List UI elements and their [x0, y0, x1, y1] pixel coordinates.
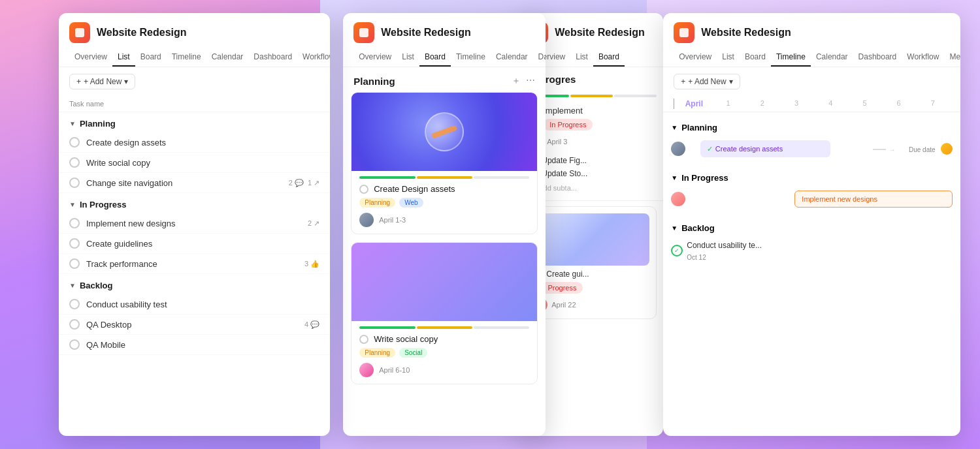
section-in-progress[interactable]: ▼ In Progress [59, 193, 330, 213]
project-title-2: Website Redesign [381, 27, 471, 39]
tab-board-2r[interactable]: Board [593, 48, 625, 67]
date-marker-line [674, 99, 674, 109]
card-body-2: Write social copy Planning Social April … [351, 329, 537, 384]
card-task-row-1: Create Design assets [359, 184, 529, 194]
task-row[interactable]: Create guidelines [59, 234, 330, 254]
task-row[interactable]: Conduct usability test [59, 294, 330, 315]
tab-board-1[interactable]: Board [135, 48, 167, 67]
tab-timeline-3[interactable]: Timeline [771, 48, 811, 67]
board-actions: ＋ ⋯ [512, 75, 535, 87]
section-backlog-label: Backlog [80, 281, 113, 290]
add-new-button-3[interactable]: + + Add New ▾ [674, 74, 740, 89]
card-image-1 [351, 93, 537, 171]
tab-list-1[interactable]: List [112, 48, 135, 67]
task-check[interactable] [69, 157, 80, 168]
tab-calendar-3[interactable]: Calendar [811, 48, 853, 67]
tab-dashboard-3[interactable]: Dashboard [853, 48, 902, 67]
task-check[interactable] [69, 258, 80, 269]
tl-due-date-1: Due date [909, 143, 953, 155]
timeline-date-april: April [677, 99, 711, 108]
timeline-date-4: 4 [813, 99, 847, 108]
card-avatar-2 [359, 363, 374, 377]
card-date-row-1: April 1-3 [359, 213, 529, 227]
tl-avatar-1 [671, 142, 685, 156]
panel-list: Website Redesign Overview List Board Tim… [59, 13, 330, 436]
tl-task-name-3: Conduct usability te... [687, 241, 762, 250]
timeline-planning-header[interactable]: ▼ Planning [663, 117, 960, 135]
plus-icon-board[interactable]: ＋ [512, 75, 521, 87]
section-backlog[interactable]: ▼ Backlog [59, 274, 330, 294]
board-card-2[interactable]: Write social copy Planning Social April … [351, 242, 538, 384]
tab-timeline-2[interactable]: Timeline [451, 48, 491, 67]
task-row[interactable]: QA Mobile [59, 335, 330, 355]
check-icon-tl: ✓ [707, 145, 713, 153]
task-check[interactable] [69, 137, 80, 147]
plus-icon-3: + [681, 77, 685, 86]
task-row[interactable]: Track performance 3 👍 [59, 254, 330, 274]
task-check[interactable] [69, 299, 80, 309]
tl-bar-container-1: ✓ Create design assets → [689, 138, 906, 159]
chevron-tl-planning: ▼ [671, 124, 678, 131]
tl-bar-implement: Implement new designs [794, 191, 953, 208]
chevron-icon-3: ▾ [729, 77, 733, 86]
tab-calendar-1[interactable]: Calendar [206, 48, 249, 67]
in-progress-card-2[interactable]: Create gui... In Progress April 22 [526, 206, 657, 319]
tab-board-2[interactable]: Board [419, 48, 451, 67]
tab-board-3[interactable]: Board [740, 48, 771, 67]
tl-avatar-2 [671, 192, 685, 206]
tab-list-2r[interactable]: List [570, 48, 593, 67]
tl-bar-planning-1: ✓ Create design assets [700, 140, 830, 157]
task-check[interactable] [69, 218, 80, 228]
card-tags-2: Planning Social [359, 348, 529, 358]
tl-planning-label: Planning [681, 123, 717, 132]
status-badge-1: In Progress [543, 119, 593, 131]
card-progress-bar-1 [359, 176, 529, 179]
tab-overview-1[interactable]: Overview [69, 48, 112, 67]
board-card-1[interactable]: Create Design assets Planning Web April … [351, 92, 538, 234]
tab-overview-2[interactable]: Overview [353, 48, 397, 67]
task-check[interactable] [69, 238, 80, 249]
tab-messages-3[interactable]: Messag... [944, 48, 960, 67]
task-name: Create design assets [86, 138, 319, 147]
card-task-check-2[interactable] [359, 335, 368, 344]
timeline-in-progress-header[interactable]: ▼ In Progress [663, 168, 960, 185]
task-row[interactable]: Implement new designs 2 ↗ [59, 213, 330, 234]
tab-list-2[interactable]: List [397, 48, 419, 67]
task-check[interactable] [69, 178, 80, 188]
add-new-button-1[interactable]: + + Add New ▾ [69, 74, 135, 89]
card-body-1: Create Design assets Planning Web April … [351, 179, 537, 234]
tab-dashboard-1[interactable]: Dashboard [248, 48, 297, 67]
nav-tabs-3: Overview List Board Timeline Calendar Da… [663, 43, 960, 67]
task-row[interactable]: Write social copy [59, 153, 330, 173]
in-progress-card2-date: April 22 [551, 301, 576, 309]
task-row[interactable]: QA Desktop 4 💬 [59, 315, 330, 335]
card-task-check-1[interactable] [359, 185, 368, 194]
timeline-toolbar: + + Add New ▾ [663, 67, 960, 96]
tab-workflow-1[interactable]: Workflow [297, 48, 330, 67]
tag-planning-1: Planning [359, 198, 395, 208]
app-icon [69, 22, 90, 43]
in-progress-card2-date-row: April 22 [533, 298, 649, 312]
task-meta: 2 ↗ [308, 219, 319, 228]
tab-workflow-3[interactable]: Workflow [902, 48, 944, 67]
tab-dashboard-2[interactable]: Dashboard [533, 48, 546, 67]
subtask-row-1: Update Fig... [527, 154, 655, 167]
task-row[interactable]: Change site navigation 2 💬 1 ↗ [59, 173, 330, 193]
timeline-backlog-header[interactable]: ▼ Backlog [663, 218, 960, 236]
add-subtask-button[interactable]: ＋ Add subta... [527, 180, 655, 195]
tab-list-3[interactable]: List [717, 48, 740, 67]
tab-timeline-1[interactable]: Timeline [167, 48, 206, 67]
section-planning[interactable]: ▼ Planning [59, 112, 330, 132]
task-row[interactable]: Create design assets [59, 132, 330, 153]
panel3-header: Website Redesign [663, 13, 960, 43]
card-date-1: April 1-3 [379, 216, 406, 224]
tab-calendar-2[interactable]: Calendar [491, 48, 533, 67]
task-check[interactable] [69, 319, 80, 330]
card-image-2 [351, 243, 537, 321]
more-icon-board[interactable]: ⋯ [526, 75, 535, 87]
tab-overview-3[interactable]: Overview [674, 48, 717, 67]
chevron-icon-1: ▾ [124, 77, 128, 86]
app-icon-2 [353, 22, 374, 43]
task-check[interactable] [69, 339, 80, 350]
subtask-count: 1 ↗ [308, 179, 319, 187]
